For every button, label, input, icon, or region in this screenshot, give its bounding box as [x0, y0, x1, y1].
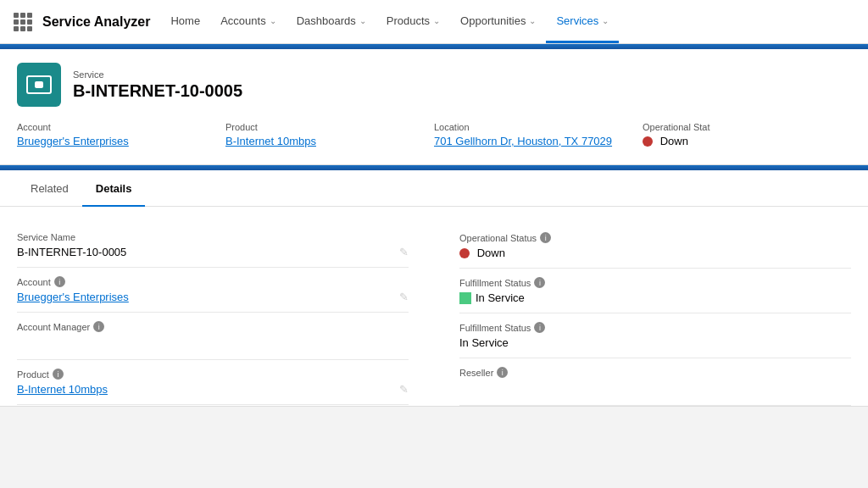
nav-item-opportunities[interactable]: Opportunities ⌄ [450, 0, 546, 43]
header-label: Service [73, 69, 242, 80]
op-status-field-label: Operational Status i [459, 232, 851, 243]
chevron-down-icon: ⌄ [433, 16, 440, 25]
app-launcher-button[interactable] [7, 0, 39, 43]
account-manager-value [17, 336, 409, 351]
chevron-down-icon: ⌄ [529, 16, 536, 25]
info-icon[interactable]: i [54, 276, 65, 287]
info-icon[interactable]: i [534, 277, 545, 288]
location-value[interactable]: 701 Gellhorn Dr, Houston, TX 77029 [434, 135, 626, 147]
service-name-value: B-INTERNET-10-0005 ✎ [17, 246, 409, 258]
op-status-field-value: Down [459, 247, 851, 259]
reseller-value [459, 381, 851, 396]
field-reseller: Reseller i [459, 358, 851, 406]
fulfillment-status-badge-value: In Service [459, 291, 851, 304]
location-label: Location [434, 122, 626, 132]
chevron-down-icon: ⌄ [359, 16, 366, 25]
info-icon[interactable]: i [93, 321, 104, 332]
header-title-group: Service B-INTERNET-10-0005 [73, 69, 242, 101]
field-fulfillment-status-text: Fulfillment Status i In Service [459, 313, 851, 358]
header-card: Service B-INTERNET-10-0005 Account Brueg… [0, 49, 868, 165]
op-status-value: Down [643, 135, 834, 147]
field-account: Account i Bruegger's Enterprises ✎ [17, 268, 409, 313]
field-account-manager: Account Manager i [17, 313, 409, 360]
field-product: Product i B-Internet 10mbps ✎ [17, 360, 409, 405]
chevron-down-icon: ⌄ [270, 16, 276, 25]
details-right-col: Operational Status i Down Fulfillment St… [459, 224, 851, 406]
product-value[interactable]: B-Internet 10mbps [225, 135, 417, 147]
tab-details[interactable]: Details [82, 170, 146, 207]
account-manager-label: Account Manager i [17, 321, 409, 332]
edit-icon[interactable]: ✎ [399, 246, 409, 258]
nav-item-accounts[interactable]: Accounts ⌄ [210, 0, 286, 43]
field-service-name: Service Name B-INTERNET-10-0005 ✎ [17, 224, 409, 268]
account-label: Account [17, 122, 209, 132]
service-icon [17, 63, 61, 107]
fulfillment-status-badge-label: Fulfillment Status i [459, 277, 851, 288]
field-operational-status: Operational Status i Down [459, 224, 851, 269]
product-link[interactable]: B-Internet 10mbps [17, 383, 108, 396]
header-top: Service B-INTERNET-10-0005 [17, 63, 851, 107]
edit-icon[interactable]: ✎ [399, 383, 409, 396]
info-icon[interactable]: i [53, 369, 64, 380]
nav-item-home[interactable]: Home [160, 0, 210, 43]
tabs-section: Related Details Service Name B-INTERNET-… [0, 170, 868, 407]
header-field-op-status: Operational Stat Down [643, 122, 851, 147]
details-content: Service Name B-INTERNET-10-0005 ✎ Accoun… [0, 207, 868, 406]
header-field-location: Location 701 Gellhorn Dr, Houston, TX 77… [434, 122, 643, 147]
details-left-col: Service Name B-INTERNET-10-0005 ✎ Accoun… [17, 224, 409, 406]
red-status-dot [643, 136, 653, 147]
nav-items: Home Accounts ⌄ Dashboards ⌄ Products ⌄ … [160, 0, 861, 43]
account-link[interactable]: Bruegger's Enterprises [17, 291, 129, 303]
grid-icon [14, 13, 32, 31]
account-value[interactable]: Bruegger's Enterprises [17, 135, 209, 147]
header-fields: Account Bruegger's Enterprises Product B… [17, 122, 851, 147]
header-field-product: Product B-Internet 10mbps [225, 122, 434, 147]
header-field-account: Account Bruegger's Enterprises [17, 122, 225, 147]
account-field-label: Account i [17, 276, 409, 287]
product-field-value: B-Internet 10mbps ✎ [17, 383, 409, 396]
nav-item-services[interactable]: Services ⌄ [546, 0, 619, 43]
fulfillment-badge: In Service [459, 291, 525, 304]
account-field-value: Bruegger's Enterprises ✎ [17, 291, 409, 303]
navbar: Service Analyzer Home Accounts ⌄ Dashboa… [0, 0, 868, 44]
app-brand: Service Analyzer [39, 0, 160, 43]
service-icon-inner [26, 75, 52, 94]
service-name-label: Service Name [17, 232, 409, 242]
record-title: B-INTERNET-10-0005 [73, 81, 242, 101]
reseller-label: Reseller i [459, 367, 851, 378]
product-label: Product [225, 122, 417, 132]
nav-item-products[interactable]: Products ⌄ [376, 0, 450, 43]
info-icon[interactable]: i [540, 232, 551, 243]
nav-item-dashboards[interactable]: Dashboards ⌄ [287, 0, 376, 43]
info-icon[interactable]: i [497, 367, 508, 378]
details-grid: Service Name B-INTERNET-10-0005 ✎ Accoun… [17, 224, 851, 406]
red-status-dot [459, 248, 470, 258]
tab-related[interactable]: Related [17, 170, 82, 207]
info-icon[interactable]: i [534, 322, 545, 333]
product-field-label: Product i [17, 369, 409, 380]
tabs-header: Related Details [0, 170, 868, 207]
chevron-down-icon: ⌄ [602, 16, 609, 25]
green-status-dot [459, 292, 471, 304]
field-fulfillment-status-badge: Fulfillment Status i In Service [459, 269, 851, 313]
edit-icon[interactable]: ✎ [399, 291, 409, 303]
op-status-label: Operational Stat [643, 122, 834, 132]
fulfillment-status-text-label: Fulfillment Status i [459, 322, 851, 333]
fulfillment-status-text-value: In Service [459, 336, 851, 349]
